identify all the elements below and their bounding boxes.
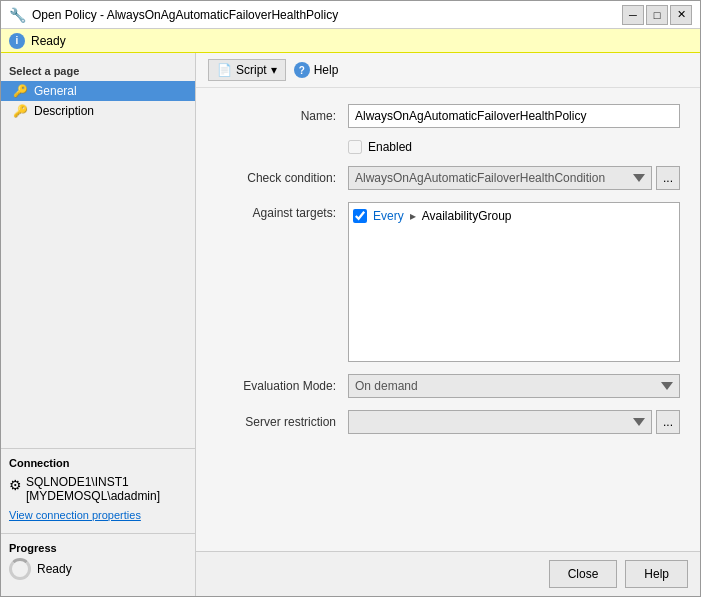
target-item: Every ▸ AvailabilityGroup [353,207,675,225]
script-icon: 📄 [217,63,232,77]
enabled-label: Enabled [368,140,412,154]
script-label: Script [236,63,267,77]
evaluation-mode-row: Evaluation Mode: On demand [216,374,680,398]
server-restriction-ellipsis-button[interactable]: ... [656,410,680,434]
check-condition-ellipsis-button[interactable]: ... [656,166,680,190]
connection-info: SQLNODE1\INST1 [MYDEMOSQL\adadmin] [26,475,160,503]
connection-detail: ⚙ SQLNODE1\INST1 [MYDEMOSQL\adadmin] [9,473,187,505]
toolbar: 📄 Script ▾ ? Help [196,53,700,88]
connection-icon: ⚙ [9,477,22,493]
arrow-separator: ▸ [410,209,416,223]
evaluation-mode-label: Evaluation Mode: [216,379,336,393]
minimize-button[interactable]: ─ [622,5,644,25]
server-restriction-row: Server restriction ... [216,410,680,434]
progress-status: Ready [37,562,72,576]
help-button[interactable]: Help [625,560,688,588]
evaluation-mode-wrapper: On demand [348,374,680,398]
sidebar-progress: Progress Ready [1,533,195,588]
window-app-icon: 🔧 [9,7,26,23]
help-toolbar-button[interactable]: ? Help [294,62,339,78]
help-label: Help [314,63,339,77]
enabled-row: Enabled [348,140,680,154]
every-link[interactable]: Every [373,209,404,223]
main-window: 🔧 Open Policy - AlwaysOnAgAutomaticFailo… [0,0,701,597]
close-button[interactable]: Close [549,560,618,588]
evaluation-mode-select[interactable]: On demand [348,374,680,398]
against-targets-row: Against targets: Every ▸ AvailabilityGro… [216,202,680,362]
sidebar-connection: Connection ⚙ SQLNODE1\INST1 [MYDEMOSQL\a… [1,448,195,533]
script-dropdown-icon: ▾ [271,63,277,77]
check-condition-label: Check condition: [216,171,336,185]
title-bar-left: 🔧 Open Policy - AlwaysOnAgAutomaticFailo… [9,7,338,23]
help-icon: ? [294,62,310,78]
title-bar-controls: ─ □ ✕ [622,5,692,25]
against-targets-label: Against targets: [216,202,336,220]
progress-row: Ready [9,558,187,580]
status-text: Ready [31,34,66,48]
progress-title: Progress [9,542,187,554]
name-row: Name: [216,104,680,128]
sidebar-general-label: General [34,84,77,98]
sidebar-item-description[interactable]: 🔑 Description [1,101,195,121]
form-area: Name: Enabled Check condition: AlwaysOnA… [196,88,700,551]
progress-spinner [9,558,31,580]
enabled-checkbox[interactable] [348,140,362,154]
main-area: Select a page 🔑 General 🔑 Description Co… [1,53,700,596]
server-restriction-wrapper: ... [348,410,680,434]
check-condition-row: Check condition: AlwaysOnAgAutomaticFail… [216,166,680,190]
sidebar: Select a page 🔑 General 🔑 Description Co… [1,53,196,596]
view-connection-link[interactable]: View connection properties [9,505,187,525]
sidebar-item-general[interactable]: 🔑 General [1,81,195,101]
content-panel: 📄 Script ▾ ? Help Name: [196,53,700,596]
script-button[interactable]: 📄 Script ▾ [208,59,286,81]
targets-box: Every ▸ AvailabilityGroup [348,202,680,362]
name-input[interactable] [348,104,680,128]
footer: Close Help [196,551,700,596]
status-bar: i Ready [1,29,700,53]
connection-user: [MYDEMOSQL\adadmin] [26,489,160,503]
sidebar-description-label: Description [34,104,94,118]
server-restriction-select[interactable] [348,410,652,434]
restore-button[interactable]: □ [646,5,668,25]
target-checkbox[interactable] [353,209,367,223]
check-condition-wrapper: AlwaysOnAgAutomaticFailoverHealthConditi… [348,166,680,190]
server-restriction-label: Server restriction [216,415,336,429]
availability-group-label: AvailabilityGroup [422,209,512,223]
window-title: Open Policy - AlwaysOnAgAutomaticFailove… [32,8,338,22]
select-page-label: Select a page [1,61,195,81]
title-bar: 🔧 Open Policy - AlwaysOnAgAutomaticFailo… [1,1,700,29]
status-info-icon: i [9,33,25,49]
name-label: Name: [216,109,336,123]
check-condition-select[interactable]: AlwaysOnAgAutomaticFailoverHealthConditi… [348,166,652,190]
description-icon: 🔑 [13,104,28,118]
connection-title: Connection [9,457,187,469]
close-window-button[interactable]: ✕ [670,5,692,25]
general-icon: 🔑 [13,84,28,98]
connection-server: SQLNODE1\INST1 [26,475,160,489]
